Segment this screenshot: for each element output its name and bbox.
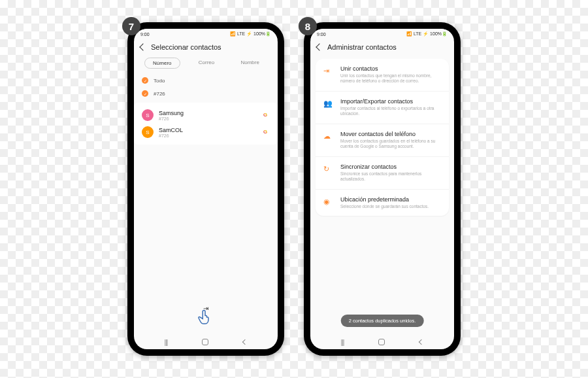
filter-tabs: Número Correo Nombre [134, 55, 278, 74]
status-indicators: 📶 LTE ⚡ 100%🔋 [230, 31, 271, 37]
item-import-export[interactable]: 👥 Importar/Exportar contactos Importar c… [316, 92, 449, 124]
navigation-bar: ||| [134, 335, 278, 349]
status-bar: 9:00 📶 LTE ⚡ 100%🔋 [310, 29, 454, 39]
item-merge-contacts[interactable]: ⇥ Unir contactos Unir los contactos que … [316, 59, 449, 92]
people-icon: 👥 [323, 98, 333, 117]
contact-card: S Samsung #726 S SamCOL #726 [134, 103, 278, 145]
touch-indicator: ⇥ [195, 307, 216, 331]
item-desc: Importar contactos al teléfono o exporta… [340, 106, 441, 117]
merge-icon: ⇥ [323, 65, 333, 84]
group-label: #726 [154, 91, 165, 97]
contact-row[interactable]: S SamCOL #726 [142, 124, 270, 141]
page-title: Seleccionar contactos [151, 43, 221, 51]
item-title: Importar/Exportar contactos [340, 98, 441, 105]
status-bar: 9:00 📶 LTE ⚡ 100%🔋 [134, 29, 278, 39]
item-title: Sincronizar contactos [340, 163, 441, 170]
back-icon[interactable] [316, 43, 323, 50]
merge-icon[interactable]: ⇥ [203, 305, 208, 312]
app-header: Administrar contactos [310, 39, 454, 55]
tab-name[interactable]: Nombre [233, 58, 267, 69]
avatar: S [142, 109, 154, 121]
item-title: Unir contactos [340, 65, 441, 72]
nav-home-icon[interactable] [378, 339, 385, 345]
nav-recent-icon[interactable]: ||| [341, 339, 344, 346]
avatar: S [142, 126, 154, 138]
contact-name: Samsung [159, 110, 258, 116]
item-title: Mover contactos del teléfono [340, 131, 441, 137]
item-sync-contacts[interactable]: ↻ Sincronizar contactos Sincronice sus c… [316, 157, 449, 190]
tab-email[interactable]: Correo [191, 58, 222, 69]
step-badge-8: 8 [299, 17, 317, 35]
contact-sub: #726 [159, 116, 258, 121]
select-all-row[interactable]: ✓ Todo [134, 74, 278, 87]
item-title: Ubicación predeterminada [340, 196, 441, 203]
status-time: 9:00 [317, 32, 326, 37]
toast-message: 2 contactos duplicados unidos. [341, 315, 424, 327]
select-all-label: Todo [154, 78, 165, 84]
target-icon: ◉ [323, 196, 333, 209]
checkbox-icon: ✓ [142, 90, 148, 97]
phone-mockup-right: 8 9:00 📶 LTE ⚡ 100%🔋 Administrar contact… [304, 22, 461, 356]
app-header: Seleccionar contactos [134, 39, 278, 55]
sync-icon: ↻ [323, 163, 333, 182]
back-icon[interactable] [139, 43, 146, 50]
nav-recent-icon[interactable]: ||| [165, 339, 168, 346]
status-indicators: 📶 LTE ⚡ 100%🔋 [406, 31, 448, 37]
page-title: Administrar contactos [327, 43, 397, 51]
status-time: 9:00 [140, 32, 150, 37]
tab-number[interactable]: Número [144, 58, 180, 69]
item-desc: Unir los contactos que tengan el mismo n… [340, 73, 441, 84]
google-icon [263, 129, 270, 135]
screen-right: 9:00 📶 LTE ⚡ 100%🔋 Administrar contactos… [310, 29, 454, 349]
settings-card: ⇥ Unir contactos Unir los contactos que … [316, 59, 449, 216]
item-default-location[interactable]: ◉ Ubicación predeterminada Seleccione dó… [316, 190, 449, 216]
contact-row[interactable]: S Samsung #726 [142, 107, 270, 124]
contact-sub: #726 [159, 133, 258, 138]
google-icon [263, 112, 270, 118]
item-desc: Sincronice sus contactos para mantenerlo… [340, 171, 441, 182]
navigation-bar: ||| [310, 335, 454, 349]
item-move-contacts[interactable]: ☁ Mover contactos del teléfono Mover los… [316, 124, 449, 157]
screen-left: 9:00 📶 LTE ⚡ 100%🔋 Seleccionar contactos… [134, 29, 278, 349]
cloud-icon: ☁ [323, 131, 333, 150]
checkbox-icon: ✓ [142, 77, 148, 84]
nav-home-icon[interactable] [202, 339, 208, 345]
group-row[interactable]: ✓ #726 [134, 87, 278, 100]
phone-mockup-left: 7 9:00 📶 LTE ⚡ 100%🔋 Seleccionar contact… [127, 22, 284, 356]
nav-back-icon[interactable] [419, 339, 424, 345]
contact-name: SamCOL [159, 127, 258, 133]
nav-back-icon[interactable] [242, 339, 248, 345]
item-desc: Seleccione dónde se guardarán sus contac… [340, 204, 441, 209]
step-badge-7: 7 [122, 17, 140, 35]
item-desc: Mover los contactos guardados en el telé… [340, 139, 441, 150]
